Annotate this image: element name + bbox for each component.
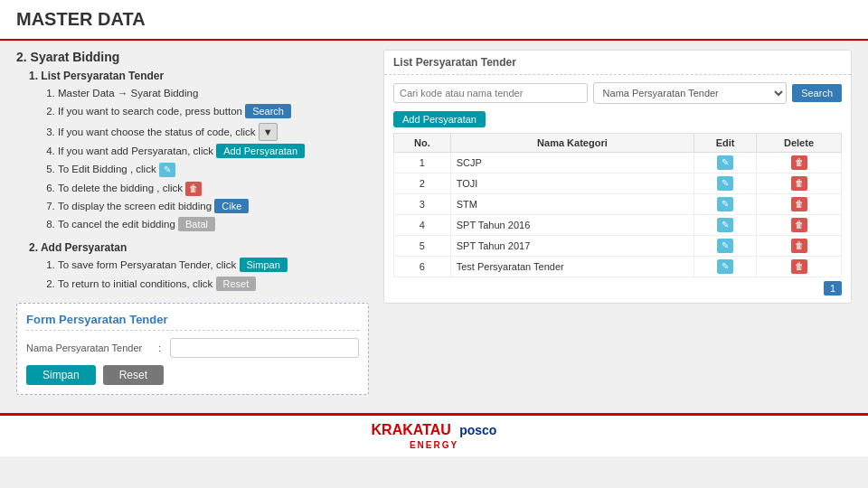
cell-edit: ✎ [694, 257, 757, 277]
right-panel: List Persyaratan Tender Nama Persyaratan… [383, 50, 852, 395]
search-input[interactable] [393, 83, 588, 103]
sub1-title: 1. List Persyaratan Tender [29, 70, 369, 82]
form-save-button[interactable]: Simpan [26, 365, 96, 385]
cell-delete: 🗑 [757, 153, 842, 174]
cell-name: SCJP [450, 153, 693, 174]
delete-btn[interactable]: 🗑 [791, 176, 807, 191]
delete-btn[interactable]: 🗑 [791, 218, 807, 232]
table-row: 6 Test Persyaratan Tender ✎ 🗑 [394, 257, 842, 277]
cell-name: SPT Tahun 2017 [450, 236, 693, 257]
col-name: Nama Kategori [450, 134, 693, 153]
sub2-title: 2. Add Persyaratan [29, 241, 369, 254]
cell-name: STM [450, 194, 693, 215]
cell-delete: 🗑 [757, 215, 842, 236]
cell-delete: 🗑 [757, 236, 842, 257]
cell-name: Test Persyaratan Tender [450, 257, 693, 277]
list-item-1: Master Data → Syarat Bidding [58, 86, 369, 101]
add-persyaratan-right-button[interactable]: Add Persyaratan [393, 111, 486, 127]
list-item-5: To Edit Bidding , click ✎ [58, 162, 369, 177]
left-panel: 2. Syarat Bidding 1. List Persyaratan Te… [16, 50, 369, 395]
table-row: 2 TOJI ✎ 🗑 [394, 174, 842, 194]
edit-btn[interactable]: ✎ [717, 197, 733, 211]
add-persyaratan-list: To save form Persyaratan Tender, click S… [42, 258, 369, 292]
data-table: No. Nama Kategori Edit Delete 1 SCJP ✎ 🗑… [393, 133, 842, 277]
cell-no: 2 [394, 174, 451, 194]
table-row: 5 SPT Tahun 2017 ✎ 🗑 [394, 236, 842, 257]
brand-krakatau: KRAKATAU [372, 422, 451, 437]
delete-btn[interactable]: 🗑 [791, 239, 807, 253]
form-persyaratan: Form Persyaratan Tender Nama Persyaratan… [16, 303, 369, 395]
form-actions: Simpan Reset [26, 365, 359, 385]
form-reset-button[interactable]: Reset [103, 365, 164, 385]
brand-energy: ENERGY [410, 440, 458, 450]
cell-delete: 🗑 [757, 174, 842, 194]
list-item-8: To cancel the edit bidding Batal [58, 217, 369, 232]
edit-icon: ✎ [159, 163, 175, 177]
table-row: 1 SCJP ✎ 🗑 [394, 153, 842, 174]
page-1-btn[interactable]: 1 [824, 281, 842, 296]
main-content: 2. Syarat Bidding 1. List Persyaratan Te… [0, 41, 868, 404]
form-row-nama: Nama Persyaratan Tender : [26, 338, 359, 358]
status-icon: ▼ [259, 123, 278, 142]
cell-name: TOJI [450, 174, 693, 194]
reset-button-left[interactable]: Reset [216, 277, 257, 291]
cell-delete: 🗑 [757, 194, 842, 215]
page-title: MASTER DATA [16, 9, 852, 30]
pagination: 1 [393, 281, 842, 296]
cell-no: 3 [394, 194, 451, 215]
cell-no: 6 [394, 257, 451, 277]
list-item-7: To display the screen edit bidding Cike [58, 199, 369, 214]
footer-logo: KRAKATAU posco ENERGY [372, 421, 497, 452]
nama-persyaratan-input[interactable] [170, 338, 359, 358]
header-bar: MASTER DATA [0, 0, 868, 41]
list-panel-header: List Persyaratan Tender [384, 51, 851, 75]
cell-edit: ✎ [694, 153, 757, 174]
section-title: 2. Syarat Bidding [16, 50, 369, 64]
list-item-6: To delete the bidding , click 🗑 [58, 181, 369, 196]
list-panel: List Persyaratan Tender Nama Persyaratan… [383, 50, 852, 304]
col-delete: Delete [757, 134, 842, 153]
cell-edit: ✎ [694, 236, 757, 257]
cell-no: 4 [394, 215, 451, 236]
cell-delete: 🗑 [757, 257, 842, 277]
table-body: 1 SCJP ✎ 🗑 2 TOJI ✎ 🗑 3 STM ✎ 🗑 [394, 153, 842, 277]
delete-icon: 🗑 [185, 182, 202, 196]
edit-btn[interactable]: ✎ [717, 259, 733, 274]
brand-posco: posco [459, 423, 496, 437]
cell-name: SPT Tahun 2016 [450, 215, 693, 236]
edit-btn[interactable]: ✎ [717, 218, 733, 232]
table-row: 3 STM ✎ 🗑 [394, 194, 842, 215]
cell-edit: ✎ [694, 215, 757, 236]
edit-btn[interactable]: ✎ [717, 176, 733, 191]
search-select[interactable]: Nama Persyaratan Tender [593, 82, 788, 104]
cell-edit: ✎ [694, 174, 757, 194]
cell-no: 1 [394, 153, 451, 174]
search-row: Nama Persyaratan Tender Search [393, 82, 842, 104]
list-panel-body: Nama Persyaratan Tender Search Add Persy… [384, 75, 851, 303]
cike-button[interactable]: Cike [214, 199, 249, 213]
list-item-4: If you want add Persyaratan, click Add P… [58, 144, 369, 159]
table-row: 4 SPT Tahun 2016 ✎ 🗑 [394, 215, 842, 236]
search-button[interactable]: Search [245, 104, 291, 118]
delete-btn[interactable]: 🗑 [791, 197, 807, 211]
edit-btn[interactable]: ✎ [717, 155, 733, 170]
col-edit: Edit [694, 134, 757, 153]
simpan-button-left[interactable]: Simpan [240, 258, 288, 272]
form-label-nama: Nama Persyaratan Tender [26, 343, 153, 353]
form-title: Form Persyaratan Tender [26, 313, 359, 331]
list-item-2: If you want to search code, press button… [58, 104, 369, 119]
cell-no: 5 [394, 236, 451, 257]
add-item-1: To save form Persyaratan Tender, click S… [58, 258, 369, 273]
add-item-2: To return to initial conditions, click R… [58, 277, 369, 292]
delete-btn[interactable]: 🗑 [791, 155, 807, 170]
col-no: No. [394, 134, 451, 153]
edit-btn[interactable]: ✎ [717, 239, 733, 253]
list-item-3: If you want choose the status of code, c… [58, 123, 369, 142]
add-persyaratan-button[interactable]: Add Persyaratan [216, 144, 305, 158]
batal-button[interactable]: Batal [178, 217, 215, 231]
search-btn[interactable]: Search [792, 84, 842, 102]
delete-btn[interactable]: 🗑 [791, 259, 807, 274]
cell-edit: ✎ [694, 194, 757, 215]
footer-bar: KRAKATAU posco ENERGY [0, 413, 868, 457]
list-persyaratan: Master Data → Syarat Bidding If you want… [42, 86, 369, 232]
